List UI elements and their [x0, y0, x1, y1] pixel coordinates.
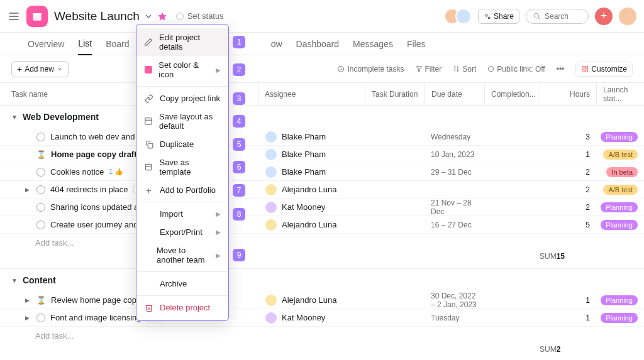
assignee-avatar — [264, 218, 278, 232]
sort-button[interactable]: Sort — [453, 65, 476, 74]
assignee-name: Kat Mooney — [282, 313, 325, 322]
task-row[interactable]: Create user journey and intera Alejandro… — [0, 216, 644, 234]
filter-button[interactable]: Filter — [416, 65, 442, 74]
me-avatar[interactable] — [619, 8, 636, 25]
task-row[interactable]: Launch to web dev and mkg te Blake Pham … — [0, 128, 644, 146]
status-pill[interactable]: A/B test — [603, 150, 638, 160]
add-new-button[interactable]: + Add new — [11, 61, 69, 77]
dropdown-item-label: Add to Portfolio — [160, 185, 216, 195]
col-duration[interactable]: Task Duration — [372, 90, 418, 99]
dropdown-item[interactable]: Save as template 6 — [136, 153, 228, 181]
dropdown-item[interactable]: Edit project details 1 — [136, 28, 228, 56]
more-icon[interactable]: ••• — [557, 65, 565, 74]
customize-button[interactable]: Customize — [575, 62, 633, 77]
svg-rect-19 — [148, 143, 153, 148]
due-date: 29 – 31 Dec — [431, 168, 472, 177]
member-avatars[interactable] — [444, 8, 472, 25]
set-status-button[interactable]: Set status — [176, 11, 224, 21]
dropdown-item-label: Copy project link — [160, 94, 220, 103]
like-badge: 1 👍 — [109, 168, 123, 176]
dropdown-item[interactable]: Archive — [136, 275, 228, 293]
dropdown-item-label: Duplicate — [160, 139, 194, 149]
add-task-button[interactable]: Add task... — [0, 327, 644, 344]
add-task-button[interactable]: Add task... — [0, 234, 644, 251]
tab-list[interactable]: List — [78, 33, 92, 55]
project-menu-chevron[interactable] — [143, 11, 153, 21]
menu-icon[interactable] — [8, 10, 20, 23]
svg-point-7 — [488, 17, 490, 19]
expand-icon[interactable]: ▶ — [25, 315, 31, 321]
sum-label: SUM — [540, 345, 557, 354]
complete-check-icon[interactable] — [36, 168, 45, 177]
col-task-name[interactable]: Task name — [11, 90, 48, 99]
assignee-name: Alejandro Luna — [282, 185, 336, 194]
dropdown-item[interactable]: Set color & icon ▶ 2 — [136, 56, 228, 84]
status-pill[interactable]: A/B test — [603, 185, 638, 195]
section-header[interactable]: ▼Web Development — [0, 106, 644, 128]
step-number: 4 — [233, 115, 245, 128]
col-hours[interactable]: Hours — [570, 90, 590, 99]
star-icon[interactable] — [157, 11, 167, 21]
col-status[interactable]: Launch stat... — [603, 85, 638, 103]
project-menu-dropdown: Edit project details 1 Set color & icon … — [136, 24, 229, 321]
tab-board[interactable]: Board — [106, 33, 129, 55]
status-pill[interactable]: Planning — [601, 220, 638, 230]
complete-check-icon[interactable] — [36, 314, 45, 322]
dropdown-item[interactable]: Save layout as default 4 — [136, 107, 228, 135]
task-row[interactable]: ⌛Home page copy drafted Blake Pham 10 Ja… — [0, 146, 644, 163]
svg-point-8 — [534, 13, 539, 18]
dropdown-item[interactable]: + Add to Portfolio 7 — [136, 181, 228, 199]
due-date: 30 Dec, 2022 – 2 Jan, 2023 — [431, 292, 478, 309]
status-pill[interactable]: In beta — [606, 167, 638, 177]
chevron-right-icon: ▶ — [216, 67, 221, 74]
status-pill[interactable]: Planning — [601, 132, 638, 142]
complete-check-icon[interactable] — [36, 133, 45, 141]
svg-point-12 — [489, 66, 494, 71]
hours-value: 2 — [586, 185, 590, 194]
expand-icon[interactable]: ▶ — [25, 297, 31, 303]
status-pill[interactable]: Planning — [601, 295, 638, 305]
dropdown-item[interactable]: Import ▶ 8 — [136, 205, 228, 223]
complete-check-icon[interactable] — [36, 203, 45, 212]
search-box[interactable] — [526, 9, 589, 24]
svg-rect-14 — [586, 66, 588, 68]
global-add-button[interactable]: + — [595, 8, 613, 25]
status-pill[interactable]: Planning — [601, 202, 638, 212]
trash-icon — [144, 303, 153, 312]
plus-icon: + — [144, 185, 153, 195]
search-input[interactable] — [545, 12, 579, 21]
public-link-button[interactable]: Public link: Off — [487, 65, 545, 74]
task-row[interactable]: ▶404 redirects in place2 ⌄ Alejandro Lun… — [0, 181, 644, 199]
incomplete-filter[interactable]: Incomplete tasks — [337, 65, 404, 74]
hours-value: 1 — [586, 296, 590, 305]
share-button[interactable]: Share — [478, 9, 519, 24]
svg-line-9 — [538, 18, 540, 19]
complete-check-icon[interactable] — [36, 221, 45, 229]
dropdown-item[interactable]: Export/Print ▶ — [136, 223, 228, 241]
complete-check-icon[interactable] — [36, 185, 45, 194]
dropdown-item[interactable]: Duplicate 5 — [136, 135, 228, 153]
section-header[interactable]: ▼Content — [0, 269, 644, 292]
dropdown-item[interactable]: Copy project link 3 — [136, 89, 228, 107]
tab-messages[interactable]: Messages — [353, 33, 393, 55]
tab-overview[interactable]: Overview — [28, 33, 64, 55]
task-row[interactable]: ▶Font and image licensing1 ⌄ Kat Mooney … — [0, 309, 644, 327]
task-row[interactable]: Cookies notice1 👍 Blake Pham 29 – 31 Dec… — [0, 163, 644, 181]
col-due[interactable]: Due date — [431, 90, 462, 99]
set-status-label: Set status — [187, 11, 224, 21]
dropdown-item-label: Move to another team — [157, 246, 209, 265]
dropdown-item-label: Edit project details — [159, 33, 221, 52]
tab-files[interactable]: Files — [407, 33, 426, 55]
tab-dashboard[interactable]: Dashboard — [296, 33, 340, 55]
task-row[interactable]: ▶⌛Review home page copy1 ⌄ Alejandro Lun… — [0, 292, 644, 309]
col-completion[interactable]: Completion... — [491, 90, 536, 99]
status-pill[interactable]: Planning — [601, 313, 638, 323]
tab-workflow-suffix: ow — [271, 39, 282, 49]
col-assignee[interactable]: Assignee — [265, 90, 296, 99]
tabs-bar: Overview List Board Ti ow Dashboard Mess… — [0, 33, 644, 55]
expand-icon[interactable]: ▶ — [25, 187, 31, 193]
task-row[interactable]: Sharing icons updated and wo Kat Mooney … — [0, 199, 644, 216]
dropdown-item[interactable]: Move to another team ▶ 9 — [136, 241, 228, 269]
dropdown-item[interactable]: Delete project — [136, 298, 228, 317]
chevron-right-icon: ▶ — [216, 229, 221, 236]
